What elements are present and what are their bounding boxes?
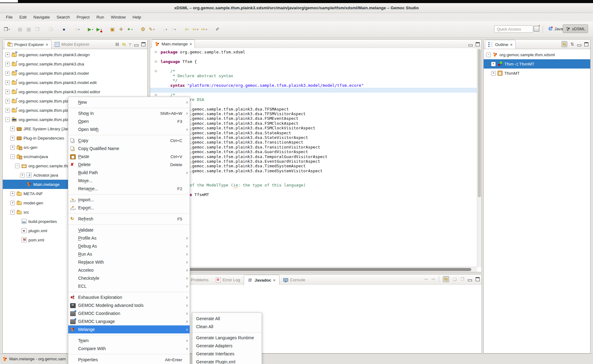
context-menu-item-refresh[interactable]: RefreshF5 bbox=[68, 215, 190, 223]
menubar-item-run[interactable]: Run bbox=[93, 13, 107, 21]
tab-javadoc[interactable]: Javadoc × bbox=[244, 275, 280, 285]
context-menu-item-copy[interactable]: CopyCtrl+C bbox=[68, 136, 190, 144]
collapse-icon[interactable]: − bbox=[15, 164, 20, 168]
expand-icon[interactable]: + bbox=[5, 52, 10, 57]
close-icon[interactable]: × bbox=[510, 42, 513, 47]
submenu-item-generate-plugin-xml[interactable]: Generate Plugin.xml bbox=[192, 358, 262, 364]
dropdown-chevron-icon[interactable]: ▾ bbox=[92, 28, 93, 31]
expand-icon[interactable]: + bbox=[5, 90, 10, 94]
outline-item-org-gemoc-sample-tfsm-xdsml[interactable]: −org.gemoc.sample.tfsm.xdsml bbox=[484, 50, 590, 59]
code-area[interactable]: ⊖package org.gemoc.sample.tfsm.xdsml⊖lan… bbox=[150, 48, 477, 267]
context-menu-item-paste[interactable]: PasteCtrl+V bbox=[68, 153, 190, 161]
tab-error-log[interactable]: Error Log bbox=[212, 275, 244, 285]
print-button[interactable]: ❒ bbox=[33, 25, 41, 33]
tree-item-org-gemoc-sample-tfsm-plaink3-model[interactable]: +org.gemoc.sample.tfsm.plaink3.model bbox=[3, 69, 147, 78]
expand-icon[interactable]: + bbox=[10, 145, 15, 150]
save-button[interactable]: ▦ bbox=[16, 25, 24, 33]
context-menu-item-gemoc-language[interactable]: GEMOC Language› bbox=[68, 317, 190, 325]
menubar-item-edit[interactable]: Edit bbox=[16, 13, 30, 21]
context-menu-item-build-path[interactable]: Build Path› bbox=[68, 169, 190, 177]
context-menu-item-debug-as[interactable]: Debug As› bbox=[68, 242, 190, 250]
context-menu-item-open-with[interactable]: Open With› bbox=[68, 125, 190, 133]
context-menu-item-melange[interactable]: Melange› bbox=[68, 325, 190, 333]
expand-icon[interactable]: + bbox=[5, 71, 10, 76]
back-button[interactable]: ⇦▾ bbox=[191, 25, 200, 33]
open-attached-javadoc-button[interactable]: ❐ bbox=[460, 277, 464, 282]
context-menu-item-run-as[interactable]: Run As› bbox=[68, 250, 190, 258]
submenu-item-generate-languages-runtime[interactable]: Generate Languages Runtime bbox=[192, 334, 262, 342]
submenu-item-clean-all[interactable]: Clean All bbox=[192, 323, 262, 331]
view-menu-button[interactable]: ▽ bbox=[129, 43, 131, 46]
expand-icon[interactable]: + bbox=[10, 136, 15, 140]
context-menu-item-delete[interactable]: DeleteDelete bbox=[68, 161, 190, 169]
run-history-button[interactable]: ▶▾ bbox=[95, 25, 103, 33]
quick-access-input[interactable] bbox=[494, 25, 533, 33]
forward-button[interactable]: ⇨ bbox=[431, 277, 435, 282]
expand-icon[interactable]: + bbox=[5, 80, 10, 85]
new-wizard-button[interactable]: ❐▾ bbox=[3, 25, 11, 33]
expand-icon[interactable]: + bbox=[20, 173, 25, 178]
menubar-item-search[interactable]: Search bbox=[53, 13, 73, 21]
context-menu-item-gemoc-coordination[interactable]: GEMOC Coordination› bbox=[68, 309, 190, 317]
outline-item-tfsm-tfsmmt[interactable]: +Tfsm ◁ TfsmMT bbox=[484, 59, 590, 69]
expand-icon[interactable]: + bbox=[10, 201, 15, 205]
dropdown-chevron-icon[interactable]: ▾ bbox=[153, 28, 154, 31]
collapse-icon[interactable]: − bbox=[5, 117, 10, 122]
maximize-button[interactable] bbox=[584, 42, 588, 46]
context-menu-item-replace-with[interactable]: Replace With› bbox=[68, 258, 190, 266]
forward-button[interactable]: ⇨▾ bbox=[200, 25, 208, 33]
menubar-item-file[interactable]: File bbox=[2, 13, 16, 21]
context-menu-item-rename[interactable]: Rename...F2 bbox=[68, 185, 190, 193]
minimize-button[interactable] bbox=[469, 44, 473, 46]
collapse-icon[interactable]: − bbox=[10, 154, 15, 159]
search-button[interactable]: ❍ bbox=[47, 25, 55, 33]
submenu-item-generate-all[interactable]: Generate All bbox=[192, 315, 262, 323]
minimize-button[interactable] bbox=[577, 44, 581, 46]
dropdown-chevron-icon[interactable]: ▾ bbox=[206, 28, 207, 31]
link-with-editor-button[interactable]: ⇆ bbox=[561, 41, 568, 47]
context-menu-item-gemoc-modeling-advanced-tools[interactable]: GEMOC Modeling advanced tools› bbox=[68, 301, 190, 309]
context-menu-item-validate[interactable]: Validate bbox=[68, 226, 190, 234]
context-menu-item-show-in[interactable]: Show InShift+Alt+W› bbox=[68, 109, 190, 117]
context-menu-item-move[interactable]: Move... bbox=[68, 177, 190, 185]
save-all-button[interactable]: ▩ bbox=[25, 25, 33, 33]
tree-item-org-gemoc-sample-tfsm-plaink3-design[interactable]: +org.gemoc.sample.tfsm.plaink3.design bbox=[3, 50, 147, 59]
editor-vertical-scrollbar[interactable] bbox=[477, 48, 482, 267]
sort-button[interactable]: ⇅ bbox=[570, 42, 574, 47]
context-menu-item-profile-as[interactable]: Profile As› bbox=[68, 234, 190, 242]
dropdown-chevron-icon[interactable]: ▾ bbox=[175, 28, 176, 31]
submenu-item-generate-adapters[interactable]: Generate Adapters bbox=[192, 342, 262, 350]
context-menu-item-acceleo[interactable]: Acceleo› bbox=[68, 266, 190, 274]
expand-icon[interactable]: + bbox=[491, 71, 496, 76]
tab-model-explorer[interactable]: Model Explorer bbox=[52, 40, 93, 49]
context-menu-item-properties[interactable]: PropertiesAlt+Enter bbox=[68, 356, 190, 364]
tab-outline[interactable]: Outline × bbox=[485, 40, 516, 49]
context-menu-item-import[interactable]: Import... bbox=[68, 196, 190, 204]
pin-editor-button[interactable]: ✐ bbox=[213, 25, 221, 33]
close-icon[interactable]: × bbox=[273, 278, 275, 282]
outline-item-tfsmmt[interactable]: +TfsmMT bbox=[484, 69, 590, 78]
perspective-xdsml-button[interactable]: xDSML bbox=[563, 24, 588, 33]
tab-project-explorer[interactable]: Project Explorer × bbox=[4, 40, 52, 49]
context-menu-item-copy-qualified-name[interactable]: Copy Qualified Name bbox=[68, 144, 190, 153]
tree-item-org-gemoc-sample-tfsm-plaink3-model-editor[interactable]: +org.gemoc.sample.tfsm.plaink3.model.edi… bbox=[3, 87, 147, 96]
submenu-item-generate-interfaces[interactable]: Generate Interfaces bbox=[192, 350, 262, 358]
link-with-editor-button[interactable]: ⇆ bbox=[443, 276, 449, 282]
minimize-button[interactable] bbox=[134, 44, 138, 46]
context-menu-item-compare-with[interactable]: Compare With› bbox=[68, 345, 190, 353]
run-button[interactable]: ▶▾ bbox=[86, 25, 95, 33]
scrollbar-thumb[interactable] bbox=[153, 268, 471, 271]
editor-horizontal-scrollbar[interactable] bbox=[150, 267, 477, 272]
context-menu-item-checkstyle[interactable]: Checkstyle› bbox=[68, 274, 190, 282]
last-edit-location-button[interactable]: ⇦ bbox=[183, 25, 191, 33]
maximize-button[interactable] bbox=[141, 42, 145, 46]
dropdown-chevron-icon[interactable]: ▾ bbox=[166, 28, 167, 31]
expand-icon[interactable]: + bbox=[10, 191, 15, 196]
context-menu-item-team[interactable]: Team› bbox=[68, 337, 190, 345]
fold-collapse-icon[interactable]: ⊖ bbox=[154, 60, 157, 64]
fold-collapse-icon[interactable]: ⊖ bbox=[154, 69, 157, 73]
collapse-all-button[interactable]: ⊟ bbox=[116, 42, 119, 47]
new-gemoc-project-button[interactable]: ✦▾ bbox=[126, 25, 134, 33]
context-menu-item-new[interactable]: New› bbox=[68, 98, 190, 106]
dropdown-chevron-icon[interactable]: ▾ bbox=[9, 28, 10, 31]
